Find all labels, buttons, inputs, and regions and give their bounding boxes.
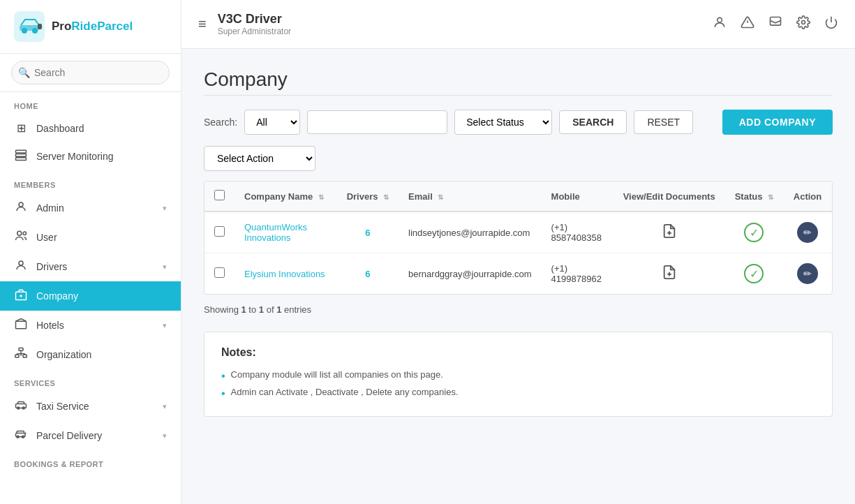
sidebar-item-server-monitoring[interactable]: Server Monitoring [0,142,181,171]
col-email[interactable]: Email ⇅ [399,181,542,212]
search-type-select[interactable]: All [244,110,300,135]
header-title-block: V3C Driver Super Administrator [218,12,291,36]
page-title-divider [204,95,833,96]
company-link-1[interactable]: QuantumWorks Innovations [244,222,307,243]
logo-icon [14,11,45,42]
search-button[interactable]: SEARCH [559,110,627,134]
drivers-chevron: ▾ [163,262,167,272]
action-2: ✏ [783,253,832,295]
sidebar-label-admin: Admin [36,202,154,214]
document-icon-2[interactable] [662,267,677,283]
admin-chevron: ▾ [163,204,167,213]
col-mobile: Mobile [542,181,614,212]
action-row: Select Action Activate Deactivate Delete [204,146,833,171]
table-row: Elysium Innovations 6 bernardggray@jourr… [205,253,832,295]
col-action: Action [783,181,832,212]
alert-icon[interactable] [741,15,754,33]
status-1[interactable]: ✓ [725,212,783,253]
sidebar-item-taxi-service[interactable]: Taxi Service ▾ [0,392,181,421]
user-icon [14,230,28,245]
sidebar-label-user: User [36,232,167,243]
menu-icon[interactable]: ≡ [198,16,207,32]
reset-button[interactable]: RESET [634,110,693,134]
svg-rect-6 [16,154,27,157]
row-checkbox-2[interactable] [214,267,225,278]
svg-point-8 [19,202,23,207]
driver-count-1[interactable]: 6 [365,228,370,238]
sidebar-item-hotels[interactable]: Hotels ▾ [0,311,181,340]
action-select[interactable]: Select Action Activate Deactivate Delete [204,146,315,171]
status-2[interactable]: ✓ [725,253,783,295]
page-title: Company [204,68,833,91]
logo-text: ProRideParcel [52,20,133,34]
edit-button-1[interactable]: ✏ [797,222,818,243]
view-edit-docs-1[interactable] [614,212,725,253]
company-table-wrapper: Company Name ⇅ Drivers ⇅ Email ⇅ Mobile … [204,181,833,295]
sidebar-search-input[interactable] [11,61,170,84]
sidebar-item-dashboard[interactable]: ⊞ Dashboard [0,114,181,142]
sidebar-item-parcel-delivery[interactable]: Parcel Delivery ▾ [0,421,181,450]
svg-rect-15 [16,321,27,329]
sidebar-label-dashboard: Dashboard [36,123,167,134]
drivers-icon [14,259,28,274]
sidebar-item-admin[interactable]: Admin ▾ [0,193,181,223]
svg-point-9 [17,231,22,235]
sidebar-item-organization[interactable]: Organization [0,340,181,369]
sidebar-label-server-monitoring: Server Monitoring [36,151,167,162]
nav-section-members: MEMBERS [0,171,181,193]
hotels-icon [14,318,28,333]
company-link-2[interactable]: Elysium Innovations [244,269,325,279]
sidebar-label-hotels: Hotels [36,320,154,331]
notes-title: Notes: [221,346,815,359]
sidebar-item-company[interactable]: Company [0,281,181,311]
main-content: ≡ V3C Driver Super Administrator [181,0,855,504]
company-table: Company Name ⇅ Drivers ⇅ Email ⇅ Mobile … [205,181,832,294]
email-1: lindseytjones@jourrapide.com [399,212,542,253]
sidebar-label-taxi: Taxi Service [36,401,154,412]
svg-rect-7 [16,158,27,161]
search-label: Search: [204,117,237,128]
col-company-name[interactable]: Company Name ⇅ [235,181,337,212]
edit-button-2[interactable]: ✏ [797,263,818,284]
search-area: 🔍 [0,54,181,92]
driver-count-2[interactable]: 6 [365,269,370,279]
col-drivers[interactable]: Drivers ⇅ [337,181,399,212]
showing-entries: Showing 1 to 1 of 1 entries [204,304,833,315]
document-icon-1[interactable] [662,226,677,242]
messages-icon[interactable] [768,15,782,33]
notes-section: Notes: Company module will list all comp… [204,332,833,417]
select-all-checkbox[interactable] [214,190,225,200]
server-monitoring-icon [14,149,28,164]
header-left: ≡ V3C Driver Super Administrator [198,12,291,36]
hotels-chevron: ▾ [163,321,167,330]
header-subtitle: Super Administrator [218,27,291,36]
search-text-input[interactable] [307,110,447,134]
row-checkbox-1[interactable] [214,226,225,237]
table-row: QuantumWorks Innovations 6 lindseytjones… [205,212,832,253]
sidebar-item-drivers[interactable]: Drivers ▾ [0,252,181,281]
settings-icon[interactable] [796,15,810,33]
col-checkbox [205,181,235,212]
col-status[interactable]: Status ⇅ [725,181,783,212]
sidebar: ProRideParcel 🔍 HOME ⊞ Dashboard Server … [0,0,181,504]
user-profile-icon[interactable] [713,15,727,33]
mobile-1: (+1) 8587408358 [542,212,614,253]
svg-point-30 [718,17,722,22]
col-view-edit-docs: View/Edit Documents [614,181,725,212]
sidebar-label-organization: Organization [36,349,167,360]
email-2: bernardggray@jourrapide.com [399,253,542,295]
company-name-1: QuantumWorks Innovations [235,212,337,253]
header: ≡ V3C Driver Super Administrator [181,0,855,49]
svg-rect-18 [23,355,27,357]
status-select[interactable]: Select Status Active Inactive [454,110,552,135]
sidebar-item-user[interactable]: User [0,223,181,252]
power-icon[interactable] [824,15,838,33]
svg-rect-4 [38,24,42,29]
dashboard-icon: ⊞ [14,121,28,135]
status-active-icon-2: ✓ [744,264,764,283]
nav-section-services: SERVICES [0,369,181,392]
page-content: Company Search: All Select Status Active… [181,49,855,504]
view-edit-docs-2[interactable] [614,253,725,295]
svg-point-10 [23,232,27,235]
add-company-button[interactable]: ADD COMPANY [722,110,833,135]
